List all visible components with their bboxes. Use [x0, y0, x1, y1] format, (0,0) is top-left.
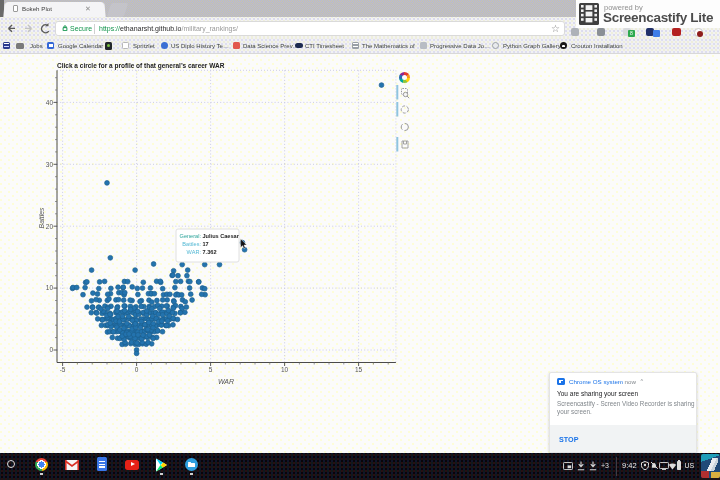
svg-text:0: 0: [49, 346, 53, 353]
svg-text:Click a circle for a profile o: Click a circle for a profile of that gen…: [57, 62, 225, 70]
svg-text:20: 20: [46, 223, 54, 230]
svg-text:-5: -5: [60, 366, 66, 373]
svg-text:Battles: Battles: [38, 207, 45, 228]
svg-text:17: 17: [203, 241, 209, 247]
svg-text:0: 0: [135, 366, 139, 373]
svg-text:General:: General:: [180, 233, 202, 239]
svg-text:30: 30: [46, 161, 54, 168]
svg-text:WAR:: WAR:: [187, 249, 202, 255]
svg-text:15: 15: [355, 366, 363, 373]
svg-text:7.362: 7.362: [203, 249, 217, 255]
svg-text:5: 5: [209, 366, 213, 373]
svg-text:Julius Caesar: Julius Caesar: [203, 233, 240, 239]
svg-text:10: 10: [46, 284, 54, 291]
svg-text:10: 10: [281, 366, 289, 373]
svg-text:40: 40: [46, 99, 54, 106]
svg-text:Battles:: Battles:: [182, 241, 201, 247]
svg-text:WAR: WAR: [218, 378, 234, 385]
